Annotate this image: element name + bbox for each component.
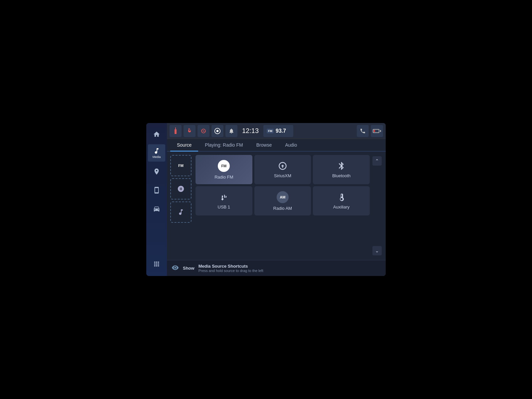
heated-seat-button[interactable] (184, 125, 196, 137)
tab-playing[interactable]: Playing: Radio FM (198, 139, 249, 151)
tab-browse[interactable]: Browse (250, 139, 279, 151)
svg-rect-1 (175, 129, 177, 134)
sidebar-item-apps[interactable] (148, 255, 165, 273)
svg-point-2 (203, 130, 204, 131)
source-radio-am[interactable]: AM Radio AM (254, 186, 311, 215)
info-text-block: Media Source Shortcuts Press and hold so… (199, 264, 263, 273)
scroll-up-button[interactable]: ⌃ (372, 156, 382, 166)
shortcut-sirius[interactable] (170, 178, 192, 200)
sidebar-item-media-label: Media (153, 155, 161, 159)
source-auxiliary[interactable]: Auxiliary (313, 186, 370, 215)
time-display: 12:13 (239, 127, 261, 135)
settings-button[interactable] (211, 125, 223, 137)
heated-wheel-button[interactable] (198, 125, 209, 137)
sidebar-item-media[interactable]: Media (148, 144, 165, 162)
bluetooth-label: Bluetooth (332, 173, 350, 178)
show-label: Show (183, 266, 195, 271)
phone-button[interactable] (357, 125, 369, 137)
tab-audio[interactable]: Audio (278, 139, 304, 151)
source-sirius-xm[interactable]: SiriusXM (254, 155, 311, 184)
sidebar-item-navigation[interactable] (148, 163, 165, 180)
battery-button[interactable] (371, 125, 383, 137)
show-icon (172, 264, 179, 273)
battery-icon (373, 129, 381, 133)
source-grid: FM Radio FM SiriusXM (196, 155, 370, 215)
source-bluetooth[interactable]: Bluetooth (313, 155, 370, 184)
sidebar-item-car[interactable] (148, 200, 165, 217)
radio-fm-badge: FM (218, 160, 230, 172)
scroll-down-button[interactable]: ⌄ (372, 246, 382, 255)
shortcut-fm[interactable]: FM (170, 155, 192, 176)
auxiliary-label: Auxiliary (333, 204, 349, 209)
source-radio-fm[interactable]: FM Radio FM (196, 155, 252, 184)
fm-badge: FM (267, 129, 274, 133)
svg-point-4 (216, 130, 219, 132)
sidebar: Media (146, 123, 167, 276)
info-subtitle: Press and hold source to drag to the lef… (199, 269, 263, 273)
radio-am-label: Radio AM (273, 206, 292, 211)
usb1-label: USB 1 (218, 204, 230, 209)
car-screen: Media (146, 123, 386, 276)
info-bar: Show Media Source Shortcuts Press and ho… (167, 260, 386, 276)
source-content: FM FM R (167, 152, 386, 260)
radio-am-badge: AM (277, 191, 289, 203)
source-usb1[interactable]: USB 1 (196, 186, 252, 215)
radio-display[interactable]: FM 93.7 (263, 125, 293, 137)
sirius-xm-label: SiriusXM (274, 173, 291, 178)
radio-fm-label: Radio FM (214, 175, 233, 180)
notifications-button[interactable] (225, 125, 237, 137)
radio-freq: 93.7 (276, 128, 286, 134)
marker-button[interactable] (170, 125, 182, 137)
sidebar-item-home[interactable] (148, 126, 165, 143)
shortcuts-column: FM (170, 155, 193, 257)
shortcut-fm-label: FM (178, 164, 184, 168)
info-title: Media Source Shortcuts (199, 264, 263, 269)
scroll-column: ⌃ ⌄ (372, 155, 382, 257)
sidebar-item-phone[interactable] (148, 182, 165, 199)
shortcut-bluetooth-music[interactable] (170, 201, 192, 223)
topbar: 12:13 FM 93.7 (167, 123, 386, 139)
tabs: Source Playing: Radio FM Browse Audio (167, 139, 386, 152)
source-grid-wrapper: FM Radio FM SiriusXM (196, 155, 370, 257)
main-content: 12:13 FM 93.7 (167, 123, 386, 276)
tab-source[interactable]: Source (170, 139, 198, 151)
